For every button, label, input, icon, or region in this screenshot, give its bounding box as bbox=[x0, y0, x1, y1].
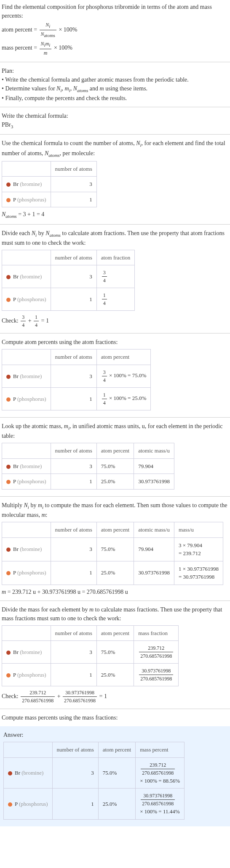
element-color-icon bbox=[6, 548, 11, 552]
answer-table: number of atomsatom percentmass percent … bbox=[3, 742, 185, 820]
mass-step: Multiply Ni by mi to compute the mass fo… bbox=[0, 498, 230, 599]
plan-bullet: • Write the chemical formula and gather … bbox=[2, 75, 228, 84]
atom-fractions-table: number of atomsatom fraction Br (bromine… bbox=[2, 250, 135, 311]
atomic-mass-table: number of atomsatom percentatomic mass/u… bbox=[2, 443, 174, 490]
plan-heading: Plan: bbox=[2, 66, 228, 75]
step-text: Write the chemical formula: bbox=[2, 111, 228, 120]
element-color-icon bbox=[6, 673, 11, 677]
table-row: Br (bromine) 3 75.0% 79.904 3 × 79.904= … bbox=[2, 537, 223, 561]
mass-fractions-table: number of atomsatom percentmass fraction… bbox=[2, 625, 179, 687]
step-text: Divide each Ni by Natoms to calculate at… bbox=[2, 229, 228, 247]
mass-percent-formula: mass percent = Nimi m × 100% bbox=[2, 40, 228, 57]
element-color-icon bbox=[6, 275, 11, 279]
mass-percents-step: Compute mass percents using the mass fra… bbox=[0, 711, 230, 725]
frac: Nimi m bbox=[40, 40, 52, 57]
plan-bullet: • Finally, compute the percents and chec… bbox=[2, 94, 228, 103]
step-text: Compute mass percents using the mass fra… bbox=[2, 713, 228, 722]
atom-percents-table: number of atomsatom percent Br (bromine)… bbox=[2, 349, 151, 410]
atomic-mass-step: Look up the atomic mass, mi, in unified … bbox=[0, 419, 230, 495]
intro: Find the elemental composition for phosp… bbox=[0, 0, 230, 60]
check-equation: Check: 34 + 14 = 1 bbox=[2, 313, 228, 329]
table-row: Br (bromine) 3 34 bbox=[2, 265, 135, 288]
table-row: Br (bromine) 3 34 × 100% = 75.0% bbox=[2, 365, 151, 387]
atom-percents-step: Compute atom percents using the atom fra… bbox=[0, 335, 230, 415]
count-table: number of atoms Br (bromine) 3 P (phosph… bbox=[2, 161, 97, 208]
chemical-formula-step: Write the chemical formula: PBr3 bbox=[0, 109, 230, 132]
answer-label: Answer: bbox=[3, 730, 227, 739]
step-text: Look up the atomic mass, mi, in unified … bbox=[2, 422, 228, 440]
table-row: Br (bromine) 3 75.0% 239.712270.68576199… bbox=[2, 641, 179, 664]
element-color-icon bbox=[8, 802, 12, 807]
plan: Plan: • Write the chemical formula and g… bbox=[0, 64, 230, 105]
table-row: P (phosphorus) 1 25.0% 30.973761998270.6… bbox=[4, 789, 185, 820]
step-text: Divide the mass for each element by m to… bbox=[2, 605, 228, 623]
table-row: P (phosphorus) 1 bbox=[2, 192, 97, 207]
element-color-icon bbox=[6, 480, 11, 484]
answer-block: Answer: number of atomsatom percentmass … bbox=[0, 726, 230, 826]
step-text: Multiply Ni by mi to compute the mass fo… bbox=[2, 501, 228, 519]
element-color-icon bbox=[8, 771, 12, 775]
step-text: Use the chemical formula to count the nu… bbox=[2, 139, 228, 159]
table-row: P (phosphorus) 1 14 × 100% = 25.0% bbox=[2, 387, 151, 410]
table-row: P (phosphorus) 1 25.0% 30.973761998270.6… bbox=[2, 664, 179, 686]
plan-bullet: • Determine values for Ni, mi, Natoms an… bbox=[2, 84, 228, 94]
check-equation: Check: 239.712270.685761998 + 30.9737619… bbox=[2, 689, 228, 704]
table-row: Br (bromine) 3 75.0% 239.712270.68576199… bbox=[4, 757, 185, 789]
element-color-icon bbox=[6, 375, 11, 379]
element-color-icon bbox=[6, 571, 11, 575]
element-color-icon bbox=[6, 183, 11, 187]
element-color-icon bbox=[6, 198, 11, 202]
mass-pct-label: mass percent = bbox=[2, 45, 39, 51]
frac: Ni Natoms bbox=[40, 21, 56, 39]
table-row: P (phosphorus) 1 14 bbox=[2, 288, 135, 311]
atom-fractions-step: Divide each Ni by Natoms to calculate at… bbox=[0, 226, 230, 332]
equation: m = 239.712 u + 30.973761998 u = 270.685… bbox=[2, 587, 228, 596]
intro-title: Find the elemental composition for phosp… bbox=[2, 3, 228, 20]
chemical-formula: PBr3 bbox=[2, 120, 228, 130]
table-row: Br (bromine) 3 bbox=[2, 177, 97, 192]
element-color-icon bbox=[6, 298, 11, 302]
step-text: Compute atom percents using the atom fra… bbox=[2, 338, 228, 347]
mass-table: number of atomsatom percentatomic mass/u… bbox=[2, 522, 223, 585]
element-color-icon bbox=[6, 651, 11, 655]
atom-percent-formula: atom percent = Ni Natoms × 100% bbox=[2, 21, 228, 39]
table-row: P (phosphorus) 1 25.0% 30.973761998 bbox=[2, 474, 174, 490]
table-row: Br (bromine) 3 75.0% 79.904 bbox=[2, 458, 174, 474]
divider bbox=[0, 62, 230, 62]
element-color-icon bbox=[6, 397, 11, 402]
atom-pct-label: atom percent = bbox=[2, 26, 39, 33]
col-header: number of atoms bbox=[51, 161, 96, 177]
equation: Natoms = 3 + 1 = 4 bbox=[2, 210, 228, 220]
count-atoms-step: Use the chemical formula to count the nu… bbox=[0, 136, 230, 222]
element-color-icon bbox=[6, 465, 11, 469]
mass-fractions-step: Divide the mass for each element by m to… bbox=[0, 603, 230, 707]
table-row: P (phosphorus) 1 25.0% 30.973761998 1 × … bbox=[2, 561, 223, 585]
